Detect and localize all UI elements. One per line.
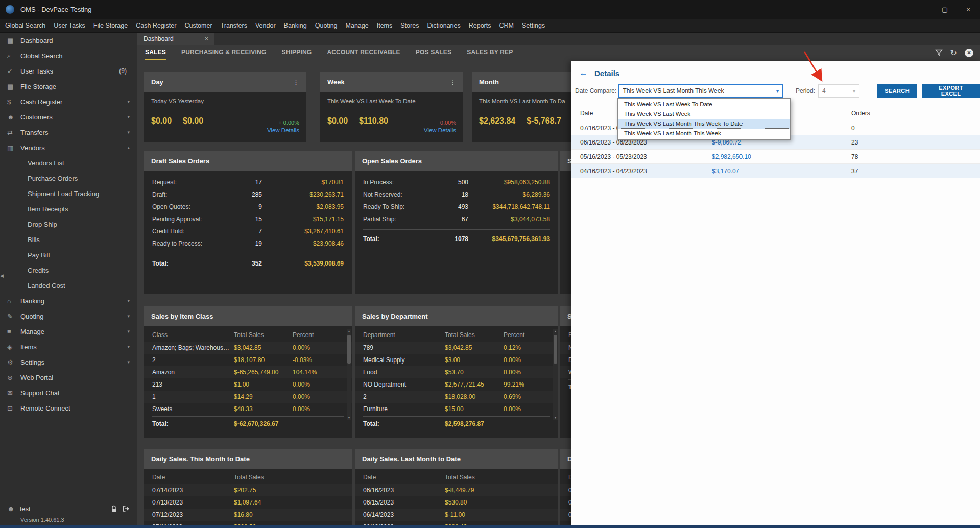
stat-amount: $170.81	[262, 179, 344, 186]
menu-item-user-tasks[interactable]: User Tasks	[50, 19, 89, 33]
date-compare-label: Date Compare:	[575, 87, 616, 94]
details-table-row[interactable]: 04/16/2023 - 04/23/2023 $3,170.07 37	[571, 164, 980, 178]
sidebar-item-manage[interactable]: ≡ Manage ▾	[0, 324, 137, 339]
scrollbar-thumb[interactable]	[554, 335, 557, 364]
sidebar-item-quoting[interactable]: ✎ Quoting ▾	[0, 308, 137, 324]
sidebar-item-bills[interactable]: Bills	[0, 232, 137, 247]
sidebar-item-pay-bill[interactable]: Pay Bill	[0, 247, 137, 262]
sidebar-item-drop-ship[interactable]: Drop Ship	[0, 217, 137, 232]
subtab-sales[interactable]: SALES	[145, 45, 166, 60]
stat-label: Credit Hold:	[152, 228, 231, 235]
stat-row: Partial Ship: 67 $3,044,073.58	[355, 213, 558, 225]
sidebar-item-remote-connect[interactable]: ⊡ Remote Connect	[0, 400, 137, 416]
menu-item-global-search[interactable]: Global Search	[1, 19, 50, 33]
menu-item-manage[interactable]: Manage	[342, 19, 373, 33]
subtab-pos-sales[interactable]: POS SALES	[416, 45, 451, 60]
open-sales-orders-card: Open Sales Orders In Process: 500 $958,0…	[355, 151, 558, 294]
sidebar-item-dashboard[interactable]: ▦ Dashboard	[0, 33, 137, 48]
details-title: Details	[594, 69, 619, 78]
stat-amount: $3,267,410.61	[262, 228, 344, 235]
view-details-link[interactable]: View Details	[267, 127, 299, 133]
menu-item-transfers[interactable]: Transfers	[217, 19, 251, 33]
sidebar-item-cash-register[interactable]: $ Cash Register ▾	[0, 94, 137, 109]
sidebar-item-support-chat[interactable]: ✉ Support Chat	[0, 385, 137, 400]
taskbar-sliver	[0, 525, 980, 528]
maximize-button[interactable]: ▢	[933, 0, 957, 19]
sidebar-item-customers[interactable]: ☻ Customers ▾	[0, 109, 137, 125]
subtab-shipping[interactable]: SHIPPING	[281, 45, 312, 60]
menu-item-banking[interactable]: Banking	[280, 19, 311, 33]
menu-item-file-storage[interactable]: File Storage	[89, 19, 132, 33]
sidebar-item-banking[interactable]: ⌂ Banking ▾	[0, 293, 137, 308]
subtab-account-receivable[interactable]: ACCOUNT RECEIVABLE	[327, 45, 400, 60]
stat-count: 19	[231, 240, 262, 247]
back-icon[interactable]: ←	[579, 68, 588, 78]
sidebar-item-vendors-list[interactable]: Vendors List	[0, 155, 137, 171]
dropdown-option-this-week-vs-last-week[interactable]: This Week VS Last Week	[618, 109, 790, 119]
gear-icon: ⚙	[7, 358, 20, 366]
sidebar-item-item-receipts[interactable]: Item Receipts	[0, 201, 137, 217]
details-table-row[interactable]: 05/16/2023 - 05/23/2023 $2,982,650.10 78	[571, 150, 980, 164]
logout-icon[interactable]	[122, 505, 130, 512]
menu-item-vendor[interactable]: Vendor	[251, 19, 280, 33]
chevron-down-icon: ▾	[776, 88, 779, 94]
stat-label: Open Quotes:	[152, 203, 231, 210]
dropdown-option-this-week-vs-last-week-to-date[interactable]: This Week VS Last Week To Date	[618, 100, 790, 109]
sidebar-item-file-storage[interactable]: ▤ File Storage	[0, 79, 137, 94]
chevron-icon: ▾	[127, 130, 130, 135]
sidebar-item-global-search[interactable]: ⌕ Global Search	[0, 48, 137, 63]
close-dashboard-icon[interactable]: ×	[965, 49, 973, 57]
menu-item-cash-register[interactable]: Cash Register	[132, 19, 180, 33]
refresh-icon[interactable]: ↻	[950, 48, 957, 58]
close-tab-icon[interactable]: ×	[205, 35, 208, 42]
card-menu-icon[interactable]: ⋮	[293, 78, 299, 86]
menu-item-settings[interactable]: Settings	[518, 19, 549, 33]
view-details-link[interactable]: View Details	[424, 127, 456, 133]
subtab-sales-by-rep[interactable]: SALES BY REP	[467, 45, 513, 60]
tab-dashboard[interactable]: Dashboard ×	[137, 33, 214, 45]
menu-item-quoting[interactable]: Quoting	[311, 19, 342, 33]
subtab-purchasing-receiving[interactable]: PURCHASING & RECEIVING	[181, 45, 266, 60]
export-excel-button[interactable]: EXPORT EXCEL	[922, 84, 980, 98]
scrollbar[interactable]: ▴▾	[553, 329, 558, 420]
dropdown-option-this-week-vs-last-month-this-week-to-date[interactable]: This Week VS Last Month This Week To Dat…	[618, 119, 790, 129]
chevron-icon: ▴	[127, 145, 130, 150]
chevron-icon: ▾	[127, 359, 130, 365]
date-compare-select[interactable]: This Week VS Last Month This Week ▾	[618, 84, 783, 98]
sidebar-item-landed-cost[interactable]: Landed Cost	[0, 278, 137, 293]
sidebar-item-web-portal[interactable]: ⊛ Web Portal	[0, 370, 137, 385]
table-row: 06/15/2023 $530.80	[355, 496, 558, 509]
sidebar-item-shipment-load-tracking[interactable]: Shipment Load Tracking	[0, 186, 137, 201]
table-header: ClassTotal SalesPercent	[144, 328, 352, 342]
scrollbar-thumb[interactable]	[347, 335, 351, 364]
total-row: Total: 352 $3,539,008.69	[152, 254, 344, 272]
sidebar-item-items[interactable]: ◈ Items ▾	[0, 339, 137, 354]
lock-icon[interactable]	[111, 505, 117, 512]
sidebar-item-settings[interactable]: ⚙ Settings ▾	[0, 354, 137, 370]
dropdown-option-this-week-vs-last-month-this-week[interactable]: This Week VS Last Month This Week	[618, 129, 790, 138]
menu-item-customer[interactable]: Customer	[180, 19, 216, 33]
menu-item-items[interactable]: Items	[373, 19, 397, 33]
stat-amount: $23,908.46	[262, 240, 344, 247]
search-button[interactable]: SEARCH	[877, 84, 917, 98]
menu-item-crm[interactable]: CRM	[495, 19, 518, 33]
sidebar-collapse-handle[interactable]: ◀	[0, 273, 4, 278]
menu-item-stores[interactable]: Stores	[396, 19, 423, 33]
sidebar-item-transfers[interactable]: ⇄ Transfers ▾	[0, 125, 137, 140]
table-row: Sweets $48.33 0.00%	[144, 403, 352, 415]
menu-item-dictionaries[interactable]: Dictionaries	[423, 19, 464, 33]
sidebar-item-label: Manage	[20, 328, 124, 335]
sidebar-item-label: Pay Bill	[28, 251, 127, 259]
menu-item-reports[interactable]: Reports	[465, 19, 495, 33]
chat-icon: ✉	[7, 389, 20, 397]
sidebar-item-vendors[interactable]: ▥ Vendors ▴	[0, 140, 137, 155]
scrollbar[interactable]: ▴▾	[347, 329, 351, 420]
filter-icon[interactable]	[935, 49, 943, 56]
sidebar-item-user-tasks[interactable]: ✓ User Tasks (9)	[0, 63, 137, 79]
close-window-button[interactable]: ×	[957, 0, 980, 19]
sidebar-item-credits[interactable]: Credits	[0, 262, 137, 278]
sidebar-item-purchase-orders[interactable]: Purchase Orders	[0, 171, 137, 186]
minimize-button[interactable]: —	[910, 0, 933, 19]
card-menu-icon[interactable]: ⋮	[449, 78, 456, 86]
user-icon: ☻	[7, 505, 15, 513]
